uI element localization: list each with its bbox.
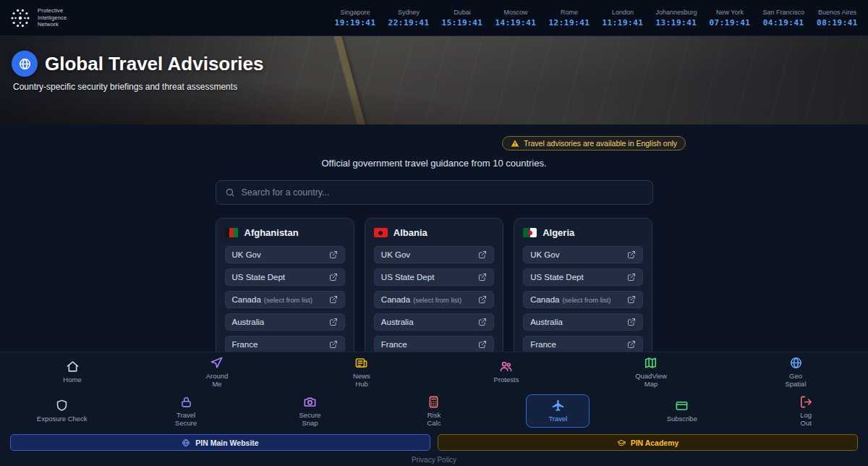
advisory-link-us-state-dept[interactable]: US State Dept	[225, 268, 345, 286]
country-flag-icon	[374, 228, 388, 237]
intro-text: Official government travel guidance from…	[0, 158, 868, 169]
advisory-link-australia[interactable]: Australia	[523, 313, 643, 331]
advisory-link-canada[interactable]: Canada(select from list)	[225, 291, 345, 308]
country-name: Albania	[393, 227, 427, 238]
world-clock: Dubai 15:19:41	[442, 9, 483, 27]
nav-item-news-hub[interactable]: NewsHub	[289, 352, 434, 391]
nav-item-label: NewsHub	[353, 372, 370, 389]
newspaper-icon	[354, 356, 368, 370]
external-link-icon	[627, 273, 636, 281]
advisory-link-uk-gov[interactable]: UK Gov	[225, 246, 345, 263]
advisory-link-france[interactable]: France	[523, 336, 643, 353]
page-title: Global Travel Advisories	[45, 53, 264, 75]
clock-city: London	[602, 9, 643, 16]
world-clock: Singapore 19:19:41	[335, 9, 376, 27]
top-bar: Protective Intelligence Network Singapor…	[0, 0, 868, 36]
plane-icon	[551, 399, 565, 412]
external-link-icon	[329, 273, 338, 281]
world-clock: Sydney 22:19:41	[388, 9, 430, 27]
nav-item-label: GeoSpatial	[785, 372, 806, 389]
external-link-icon	[329, 250, 338, 259]
world-clock: Moscow 14:19:41	[495, 9, 537, 27]
globe-icon	[182, 439, 190, 447]
advisory-link-australia[interactable]: Australia	[374, 313, 494, 331]
clock-city: New York	[710, 9, 751, 16]
advisory-link-uk-gov[interactable]: UK Gov	[523, 246, 643, 263]
nav-item-home[interactable]: Home	[0, 352, 145, 391]
brand: Protective Intelligence Network	[9, 7, 67, 30]
academy-icon	[617, 439, 626, 447]
external-link-icon	[478, 318, 487, 326]
world-clock: London 11:19:41	[602, 9, 643, 27]
clock-time: 13:19:41	[655, 18, 697, 27]
advisory-source-label: Australia	[530, 318, 563, 326]
globe-icon	[789, 356, 803, 370]
advisory-link-canada[interactable]: Canada(select from list)	[523, 291, 643, 308]
external-link-icon	[329, 295, 338, 304]
world-clock: Buenos Aires 08:19:41	[817, 9, 858, 27]
external-link-icon	[478, 340, 487, 349]
nav-item-protests[interactable]: Protests	[434, 352, 579, 391]
footer-buttons: PIN Main Website PIN Academy	[0, 431, 868, 454]
hero-banner: Global Travel Advisories Country-specifi…	[0, 36, 868, 124]
brand-line: Protective	[38, 7, 67, 14]
advisory-link-canada[interactable]: Canada(select from list)	[374, 291, 494, 308]
clock-time: 22:19:41	[388, 18, 430, 27]
clock-city: Singapore	[335, 9, 376, 16]
advisory-link-france[interactable]: France	[225, 336, 345, 353]
privacy-policy-link[interactable]: Privacy Policy	[0, 454, 868, 464]
nav-item-secure-snap[interactable]: SecureSnap	[248, 391, 372, 431]
advisory-source-label: Australia	[232, 318, 265, 326]
advisory-source-label: Canada(select from list)	[232, 295, 312, 304]
country-flag-icon	[523, 228, 537, 237]
nav-item-subscribe[interactable]: Subscribe	[620, 391, 744, 431]
pin-academy-button[interactable]: PIN Academy	[438, 434, 858, 451]
brand-line: Intelligence	[38, 14, 67, 22]
nav-item-risk-calc[interactable]: RiskCalc	[372, 391, 495, 431]
footer-button-label: PIN Academy	[631, 439, 679, 447]
bottom-nav: Home AroundMe NewsHub Protests	[0, 352, 868, 466]
advisory-source-label: France	[530, 340, 556, 349]
nav-item-geo-spatial[interactable]: GeoSpatial	[723, 352, 868, 391]
clock-city: San Francisco	[762, 9, 804, 16]
advisory-source-label: US State Dept	[232, 273, 286, 281]
nav-row-2: Exposure Check TravelSecure SecureSnap R…	[0, 391, 868, 431]
logout-icon	[799, 395, 813, 409]
advisory-link-us-state-dept[interactable]: US State Dept	[523, 268, 643, 286]
search-input[interactable]	[242, 187, 644, 198]
nav-item-log-out[interactable]: LogOut	[744, 391, 868, 431]
brand-line: Network	[38, 21, 67, 28]
clock-city: Johannesburg	[655, 9, 697, 16]
nav-item-label: Exposure Check	[37, 415, 88, 423]
clock-city: Sydney	[388, 9, 430, 16]
card-icon	[675, 399, 689, 412]
camera-icon	[303, 395, 317, 409]
home-icon	[66, 360, 80, 373]
advisory-link-uk-gov[interactable]: UK Gov	[374, 246, 494, 263]
advisory-source-label: Canada(select from list)	[530, 295, 610, 304]
clock-time: 15:19:41	[442, 18, 483, 27]
calculator-icon	[427, 395, 441, 409]
pin-main-website-button[interactable]: PIN Main Website	[10, 434, 430, 451]
nav-item-label: RiskCalc	[427, 411, 441, 428]
warning-icon	[511, 139, 519, 148]
clock-city: Moscow	[495, 9, 537, 16]
globe-icon	[18, 57, 32, 71]
advisory-source-label: UK Gov	[381, 250, 410, 259]
world-clock: Rome 12:19:41	[548, 9, 590, 27]
advisory-link-australia[interactable]: Australia	[225, 313, 345, 331]
nav-item-travel[interactable]: Travel	[496, 391, 620, 431]
advisory-link-us-state-dept[interactable]: US State Dept	[374, 268, 494, 286]
advisory-source-note: (select from list)	[413, 296, 461, 304]
nav-item-around-me[interactable]: AroundMe	[145, 352, 289, 391]
nav-item-label: LogOut	[800, 411, 812, 428]
nav-item-quadview-map[interactable]: QuadViewMap	[579, 352, 723, 391]
advisory-link-france[interactable]: France	[374, 336, 494, 353]
nav-item-exposure-check[interactable]: Exposure Check	[0, 391, 124, 431]
external-link-icon	[478, 295, 487, 304]
world-clocks: Singapore 19:19:41 Sydney 22:19:41 Dubai…	[335, 9, 859, 27]
nav-item-travel-secure[interactable]: TravelSecure	[124, 391, 247, 431]
external-link-icon	[627, 250, 636, 259]
clock-time: 04:19:41	[762, 18, 804, 27]
users-icon	[499, 360, 513, 373]
